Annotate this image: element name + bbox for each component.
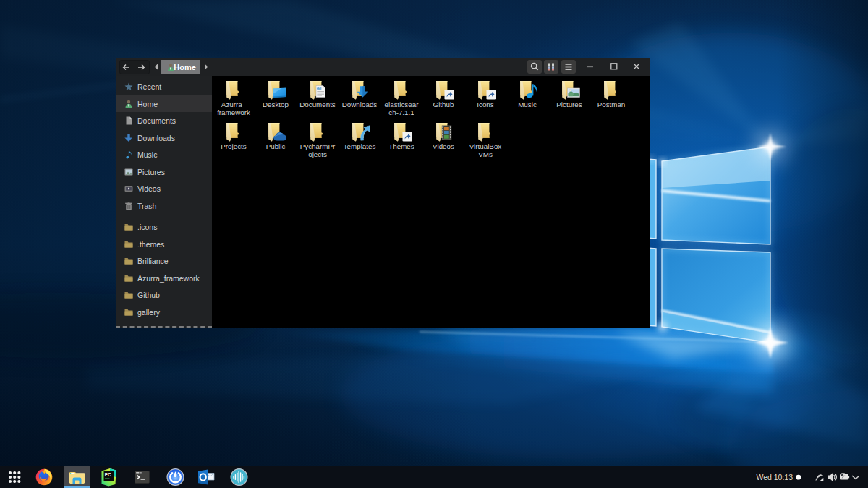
svg-text:PC: PC [105,472,111,477]
